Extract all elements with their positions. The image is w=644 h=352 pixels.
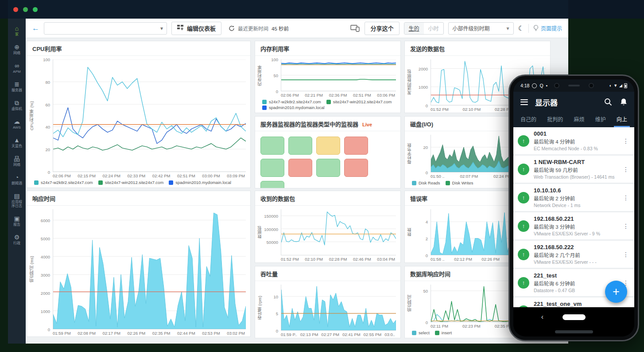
minimize-window-icon[interactable] xyxy=(23,7,28,12)
sidebar-item-admin[interactable]: ⚙行政 xyxy=(8,231,26,249)
widget-period-dropdown[interactable]: 小部件级别时期 ▾ xyxy=(448,22,514,35)
phone-tab-0[interactable]: 自己的 xyxy=(518,112,539,127)
phone-nav-bar: ‹ xyxy=(513,307,634,327)
sidebar-item-network[interactable]: 品网络 xyxy=(8,153,26,170)
item-menu-icon[interactable]: ⋮ xyxy=(623,223,629,230)
sidebar-item-reports[interactable]: ▣报告 xyxy=(8,212,26,230)
x-tick-label: 02:07 PM xyxy=(460,174,478,179)
close-window-icon[interactable] xyxy=(13,7,18,12)
sidebar-item-app-logs[interactable]: ▤应用程 序日志 xyxy=(8,190,26,211)
chart-plot[interactable] xyxy=(53,59,246,172)
monitor-tile-up[interactable] xyxy=(260,181,284,188)
x-tick-label: 01:50 .. xyxy=(431,174,445,179)
nav-back-icon[interactable]: ‹ xyxy=(541,313,543,321)
legend-item[interactable]: spadmin2010.mydomain.local xyxy=(262,105,325,110)
monitor-name: 10.10.10.6 xyxy=(534,187,618,194)
widget-title: 错误率 xyxy=(410,194,427,203)
y-axis: 010002000 xyxy=(413,59,431,106)
monitor-tile-up[interactable] xyxy=(260,159,284,177)
reports-icon: ▣ xyxy=(14,215,19,222)
monitor-tile-down[interactable] xyxy=(344,137,368,155)
search-icon[interactable] xyxy=(604,98,612,106)
toggle-option-1[interactable]: 小时 xyxy=(424,23,443,34)
share-this-label: 分享这个 xyxy=(370,24,393,32)
toggle-option-0[interactable]: 生的 xyxy=(404,23,424,34)
nav-home-pill[interactable] xyxy=(563,314,586,320)
sidebar-item-rum[interactable]: ◔朗姆酒 xyxy=(8,171,26,189)
legend-item[interactable]: site24x7-win2012.site24x7.com xyxy=(326,99,392,104)
legend-item[interactable]: Disk Reads xyxy=(412,180,440,185)
sidebar-item-label: 网络 xyxy=(13,163,20,167)
add-monitor-fab[interactable]: + xyxy=(605,281,627,303)
maximize-window-icon[interactable] xyxy=(33,7,38,12)
sidebar-item-website[interactable]: ⊕网络 xyxy=(8,41,26,59)
monitor-info: 1 NEW-RBM-CART最后轮询 59 几秒前Web Transaction… xyxy=(534,159,618,180)
monitor-list-item[interactable]: ↑0001最后轮询 4 分钟前EC Memcached Node - 0.83 … xyxy=(513,127,634,154)
gesture-bar[interactable] xyxy=(555,330,593,333)
monitor-tile-down[interactable] xyxy=(344,159,368,177)
chart-plot[interactable] xyxy=(281,209,396,255)
legend-item[interactable]: site24x7-win2012.site24x7.com xyxy=(98,180,164,185)
edit-dashboard-button[interactable]: 编辑仪表板 xyxy=(171,22,221,35)
y-tick-label: 2 xyxy=(426,236,428,241)
legend-item[interactable]: spadmin2010.mydomain.local xyxy=(169,180,231,185)
dark-mode-icon[interactable]: ☾ xyxy=(518,24,524,32)
monitor-tile-trouble[interactable] xyxy=(316,137,340,155)
x-tick-label: 01:52 PM xyxy=(281,257,299,262)
monitor-tile-down[interactable] xyxy=(288,159,312,177)
legend-item[interactable]: insert xyxy=(435,330,452,335)
back-arrow-icon[interactable]: ← xyxy=(32,24,39,33)
monitor-name: 192.168.50.221 xyxy=(534,215,618,222)
monitor-list-item[interactable]: ↑10.10.10.6最后轮询 2 分钟前Network Device - 1 … xyxy=(513,184,634,211)
legend-item[interactable]: s24x7-w2k8r2.site24x7.com xyxy=(34,180,93,185)
sidebar-item-azure[interactable]: ▲天蓝色 xyxy=(8,134,26,152)
item-menu-icon[interactable]: ⋮ xyxy=(623,137,629,145)
sidebar-item-apm[interactable]: ∞APM xyxy=(8,59,26,77)
item-menu-icon[interactable]: ⋮ xyxy=(623,166,629,173)
speaker-grill xyxy=(568,85,580,86)
phone-app-bar: 显示器 xyxy=(513,92,634,112)
y-axis-label: 内存利用率 xyxy=(257,59,263,91)
y-tick-label: 0 xyxy=(426,103,428,108)
y-tick-label: 10 xyxy=(273,294,278,299)
bell-icon[interactable] xyxy=(620,98,627,106)
monitor-tile-up[interactable] xyxy=(288,137,312,155)
item-menu-icon[interactable]: ⋮ xyxy=(623,251,629,258)
sidebar-item-aws[interactable]: ☁AWS xyxy=(8,115,26,133)
share-this-button[interactable]: 分享这个 xyxy=(365,22,399,35)
devices-icon[interactable] xyxy=(350,25,360,32)
chart-plot[interactable] xyxy=(281,285,396,331)
sidebar-item-home[interactable]: ⌂家 xyxy=(8,22,26,40)
widget-cpu-utilization: CPU利用率 CPU利用率 (%)02040608010002:06 PM02:… xyxy=(27,41,251,188)
x-tick-label: 03:0.. xyxy=(384,332,395,337)
legend-item[interactable]: s24x7-w2k8r2.site24x7.com xyxy=(262,99,321,104)
status-up-icon: ↑ xyxy=(518,249,529,260)
rum-icon: ◔ xyxy=(15,174,19,180)
window-titlebar xyxy=(8,0,568,19)
monitor-list-item[interactable]: ↑1 NEW-RBM-CART最后轮询 59 几秒前Web Transactio… xyxy=(513,156,634,183)
monitor-type-value: VMware ESX/ESXi Server - - - xyxy=(534,259,618,265)
chart-plot[interactable] xyxy=(53,209,246,329)
dashboard-select[interactable]: ▾ xyxy=(44,22,167,35)
front-cameras xyxy=(554,83,594,88)
monitor-tile-up[interactable] xyxy=(260,137,284,155)
monitor-list-item[interactable]: ↑192.168.50.222最后轮询 2 几个月前VMware ESX/ESX… xyxy=(513,241,634,268)
item-menu-icon[interactable]: ⋮ xyxy=(623,194,629,201)
sidebar-item-server[interactable]: ≣服务器 xyxy=(8,78,26,96)
page-tips-link[interactable]: 页面提示 xyxy=(533,24,562,32)
legend-item[interactable]: Disk Writes xyxy=(446,180,473,185)
phone-tab-3[interactable]: 维护 xyxy=(593,112,609,127)
widget-server-monitors: 服务器监视器的监视器类型中的监视器 Live xyxy=(255,116,401,188)
sidebar-item-vm[interactable]: ⧉虚拟机 xyxy=(8,97,26,114)
x-tick-label: 02:17 PM xyxy=(102,331,120,336)
menu-icon[interactable] xyxy=(520,99,528,105)
chart-plot[interactable] xyxy=(281,59,396,91)
phone-tab-1[interactable]: 批判的 xyxy=(544,112,566,127)
legend-item[interactable]: select xyxy=(412,330,430,335)
monitor-list-item[interactable]: ↑192.168.50.221最后轮询 3 分钟前VMware ESX/ESXi… xyxy=(513,212,634,239)
monitor-tile-up[interactable] xyxy=(316,159,340,177)
refresh-icon[interactable] xyxy=(229,25,235,31)
phone-tab-2[interactable]: 麻烦 xyxy=(571,112,587,127)
sidebar-item-label: 家 xyxy=(15,32,19,36)
phone-tab-4[interactable]: 向上 xyxy=(614,112,630,127)
